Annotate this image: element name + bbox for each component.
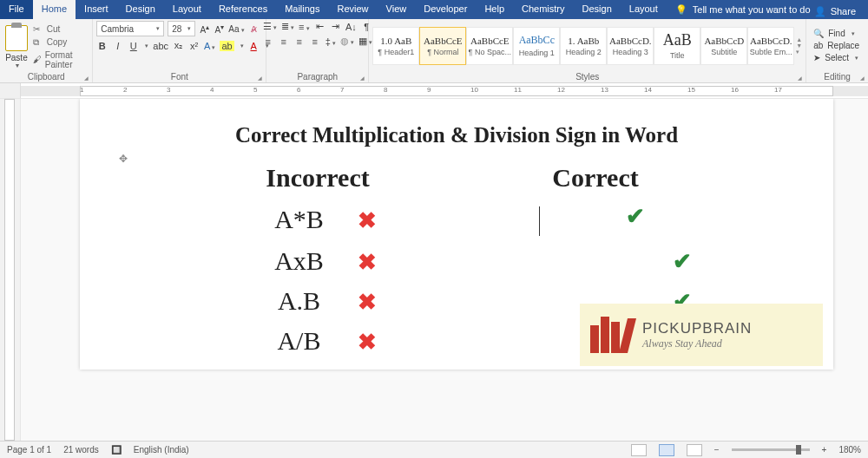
style-heading-1[interactable]: AaBbCcHeading 1 — [513, 27, 560, 65]
web-layout-button[interactable] — [687, 444, 702, 456]
status-language[interactable]: English (India) — [134, 445, 189, 455]
print-layout-button[interactable] — [659, 444, 674, 456]
style-sample: AaBbCc — [519, 34, 555, 47]
share-button[interactable]: 👤 Share — [814, 0, 868, 19]
incorrect-expression: AxB — [251, 246, 346, 276]
zoom-slider[interactable] — [732, 448, 810, 451]
subscript-button[interactable]: x₂ — [173, 40, 184, 51]
font-color-button[interactable]: A — [248, 41, 260, 51]
tab-view[interactable]: View — [378, 0, 416, 19]
ruler-corner — [0, 83, 21, 99]
vertical-ruler[interactable] — [0, 99, 21, 441]
change-case-button[interactable]: Aa▾ — [228, 24, 244, 34]
bullets-button[interactable]: ☰▾ — [263, 21, 277, 32]
tab-design[interactable]: Design — [117, 0, 164, 19]
cross-icon: ✖ — [350, 289, 385, 316]
line-spacing-button[interactable]: ‡▾ — [325, 36, 336, 47]
tell-me-search[interactable]: 💡 Tell me what you want to do — [667, 0, 814, 19]
strikethrough-button[interactable]: abc — [153, 41, 168, 51]
tab-home[interactable]: Home — [33, 0, 76, 19]
tab-references[interactable]: References — [210, 0, 276, 19]
ruler-tick: 4 — [210, 86, 214, 94]
shading-button[interactable]: ◍▾ — [340, 36, 354, 47]
replace-button[interactable]: abReplace — [813, 41, 859, 50]
styles-expand[interactable]: ▾ — [796, 49, 802, 56]
underline-button[interactable]: U — [128, 41, 139, 51]
justify-button[interactable]: ≡ — [309, 36, 320, 47]
style-sample: 1.0 AaB — [380, 36, 411, 46]
style--header1[interactable]: 1.0 AaB¶ Header1 — [372, 27, 419, 65]
cut-button[interactable]: ✂Cut — [33, 24, 89, 35]
document-area[interactable]: Correct Multiplication & Division Sign i… — [21, 99, 868, 441]
align-center-button[interactable]: ≡ — [278, 36, 289, 47]
tab-help[interactable]: Help — [476, 0, 513, 19]
proofing-icon[interactable]: 🔲 — [111, 445, 122, 455]
text-effects-button[interactable]: A▾ — [204, 41, 215, 51]
read-mode-button[interactable] — [631, 444, 647, 456]
tab-developer[interactable]: Developer — [415, 0, 476, 19]
font-name-select[interactable]: Cambria▾ — [96, 21, 164, 36]
clear-formatting-button[interactable]: A̷ — [248, 24, 260, 34]
numbering-button[interactable]: ≣▾ — [281, 21, 294, 32]
tab-insert[interactable]: Insert — [76, 0, 117, 19]
status-page[interactable]: Page 1 of 1 — [7, 445, 51, 455]
increase-indent-button[interactable]: ⇥ — [330, 21, 341, 32]
zoom-in-button[interactable]: + — [822, 445, 827, 455]
sort-button[interactable]: A↓ — [345, 22, 357, 32]
shrink-font-button[interactable]: A▾ — [214, 23, 225, 35]
style-sample: 1. AaBb — [568, 36, 599, 46]
tab-layout[interactable]: Layout — [164, 0, 210, 19]
styles-scroll-up[interactable]: ▲ — [796, 36, 802, 43]
chevron-down-icon: ▾ — [240, 43, 244, 49]
style-heading-3[interactable]: AaBbCcD.Heading 3 — [607, 27, 654, 65]
copy-button[interactable]: ⧉Copy — [33, 37, 89, 48]
align-right-button[interactable]: ≡ — [293, 36, 305, 47]
status-words[interactable]: 21 words — [63, 445, 99, 455]
tab-chemistry[interactable]: Chemistry — [513, 0, 574, 19]
style-name: Heading 3 — [613, 48, 648, 56]
tab-mailings[interactable]: Mailings — [276, 0, 328, 19]
style-subtitle[interactable]: AaBbCcDSubtitle — [700, 27, 747, 65]
style--no-spac-[interactable]: AaBbCcE¶ No Spac... — [466, 27, 513, 65]
paste-button[interactable]: Paste ▼ — [3, 23, 30, 69]
tab-table-layout[interactable]: Layout — [621, 0, 667, 19]
decrease-indent-button[interactable]: ⇤ — [314, 21, 326, 32]
column-header-correct: Correct — [457, 158, 734, 198]
zoom-level[interactable]: 180% — [838, 445, 861, 455]
format-painter-button[interactable]: 🖌Format Painter — [33, 50, 89, 69]
multilevel-button[interactable]: ≡▾ — [299, 22, 310, 32]
style-sample: AaBbCcE — [424, 36, 463, 46]
select-button[interactable]: ➤Select▾ — [813, 53, 859, 62]
font-size-select[interactable]: 28▾ — [168, 21, 195, 36]
chevron-down-icon: ▾ — [156, 25, 160, 32]
align-left-button[interactable]: ≡ — [262, 36, 273, 47]
table-anchor-icon[interactable]: ✥ — [119, 153, 128, 165]
tab-review[interactable]: Review — [329, 0, 378, 19]
style-heading-2[interactable]: 1. AaBbHeading 2 — [560, 27, 607, 65]
tell-me-label: Tell me what you want to do — [693, 4, 811, 15]
incorrect-expression: A/B — [251, 326, 346, 356]
replace-icon: ab — [813, 41, 823, 50]
find-button[interactable]: 🔍Find▾ — [813, 29, 859, 38]
horizontal-ruler[interactable]: 1234567891011121314151617 — [21, 83, 868, 99]
style-subtle-em-[interactable]: AaBbCcD.Subtle Em... — [747, 27, 794, 65]
style-name: Subtle Em... — [750, 48, 792, 56]
zoom-out-button[interactable]: − — [714, 445, 720, 455]
search-icon: 🔍 — [813, 29, 824, 38]
styles-scroll-down[interactable]: ▼ — [796, 43, 802, 49]
tab-file[interactable]: File — [0, 0, 33, 19]
superscript-button[interactable]: x² — [188, 41, 200, 51]
chevron-down-icon: ▾ — [187, 25, 191, 32]
column-header-incorrect: Incorrect — [179, 158, 457, 198]
style--normal[interactable]: AaBbCcE¶ Normal — [419, 27, 466, 65]
italic-button[interactable]: I — [112, 41, 123, 51]
ruler-tick: 1 — [80, 86, 83, 94]
tab-table-design[interactable]: Design — [574, 0, 621, 19]
share-label: Share — [831, 6, 856, 16]
brush-icon: 🖌 — [33, 55, 42, 65]
style-title[interactable]: AaBTitle — [654, 27, 700, 65]
grow-font-button[interactable]: A▴ — [199, 23, 210, 35]
bold-button[interactable]: B — [96, 41, 108, 51]
highlight-button[interactable]: ab — [220, 41, 233, 51]
clipboard-icon — [5, 25, 28, 51]
